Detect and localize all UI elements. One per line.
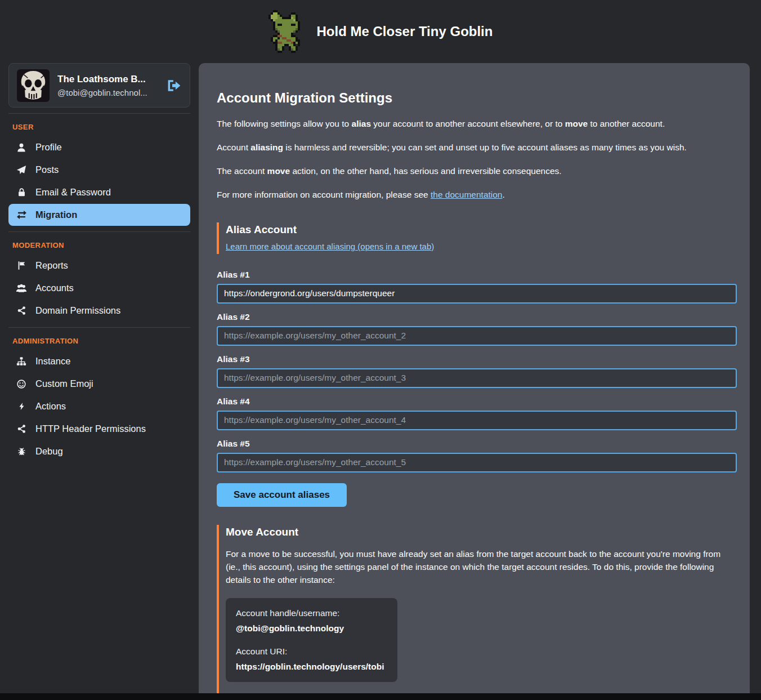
- sidebar-item-label: Posts: [35, 164, 59, 175]
- move-account-description: For a move to be successful, you must ha…: [226, 547, 737, 587]
- sidebar-item-label: Debug: [35, 446, 63, 457]
- alias-learn-more-link[interactable]: Learn more about account aliasing (opens…: [226, 242, 434, 251]
- sidebar-item-label: Domain Permissions: [35, 305, 120, 316]
- sidebar-item-email-password[interactable]: Email & Password: [8, 181, 190, 203]
- alias-2-input[interactable]: [217, 326, 737, 346]
- share-nodes-icon: [16, 306, 27, 315]
- exchange-arrows-icon: [16, 209, 27, 220]
- instance-title: Hold Me Closer Tiny Goblin: [317, 24, 493, 39]
- account-uri-value: https://goblin.technology/users/tobi: [236, 662, 387, 672]
- alias-field-group: Alias #2: [217, 312, 737, 346]
- sidebar-item-profile[interactable]: Profile: [8, 136, 190, 158]
- lock-icon: [16, 188, 27, 197]
- alias-3-label: Alias #3: [217, 354, 737, 364]
- sidebar-item-posts[interactable]: Posts: [8, 159, 190, 181]
- account-details-box: Account handle/username: @tobi@goblin.te…: [226, 598, 397, 682]
- share-nodes-icon: [16, 424, 27, 434]
- sidebar-item-label: Custom Emoji: [35, 378, 93, 389]
- account-handle-pair: Account handle/username: @tobi@goblin.te…: [236, 608, 387, 634]
- intro-paragraph-3: The account move action, on the other ha…: [217, 166, 737, 177]
- sidebar-item-reports[interactable]: Reports: [8, 255, 190, 277]
- user-card[interactable]: The Loathsome B... @tobi@goblin.technol.…: [8, 63, 190, 108]
- move-account-section: Move Account For a move to be successful…: [217, 525, 737, 693]
- alias-field-group: Alias #3: [217, 354, 737, 388]
- alias-4-label: Alias #4: [217, 396, 737, 407]
- app-body: The Loathsome B... @tobi@goblin.technol.…: [0, 63, 761, 693]
- save-aliases-button[interactable]: Save account aliases: [217, 483, 347, 507]
- user-display-name: The Loathsome B...: [57, 74, 159, 85]
- sidebar-item-label: Reports: [35, 260, 68, 271]
- intro-paragraph-4: For more information on account migratio…: [217, 189, 737, 200]
- sidebar-item-instance[interactable]: Instance: [8, 350, 190, 372]
- account-handle-value: @tobi@goblin.technology: [236, 623, 387, 634]
- alias-5-label: Alias #5: [217, 439, 737, 449]
- intro-paragraph-1: The following settings allow you to alia…: [217, 118, 737, 130]
- sidebar-divider: [8, 113, 190, 114]
- sidebar-item-debug[interactable]: Debug: [8, 440, 190, 462]
- sitemap-icon: [16, 356, 27, 367]
- intro-paragraph-2: Account aliasing is harmless and reversi…: [217, 142, 737, 153]
- alias-5-input[interactable]: [217, 453, 737, 472]
- sidebar-item-actions[interactable]: Actions: [8, 395, 190, 417]
- alias-1-label: Alias #1: [217, 270, 737, 280]
- alias-field-group: Alias #1: [217, 270, 737, 304]
- alias-1-input[interactable]: [217, 284, 737, 304]
- page-bottom-bar: [0, 693, 761, 700]
- alias-2-label: Alias #2: [217, 312, 737, 322]
- sidebar-item-label: Accounts: [35, 283, 74, 293]
- user-icon: [16, 142, 27, 153]
- main-panel: Account Migration Settings The following…: [199, 63, 750, 693]
- alias-field-group: Alias #5: [217, 439, 737, 472]
- sidebar: The Loathsome B... @tobi@goblin.technol.…: [0, 63, 199, 463]
- bolt-icon: [16, 402, 27, 411]
- sidebar-item-accounts[interactable]: Accounts: [8, 277, 190, 299]
- alias-field-group: Alias #4: [217, 396, 737, 430]
- sidebar-item-label: Profile: [35, 142, 62, 153]
- alias-form: Alias #1 Alias #2 Alias #3 Alias #4 Alia…: [217, 270, 737, 507]
- sidebar-item-custom-emoji[interactable]: Custom Emoji: [8, 373, 190, 395]
- users-icon: [16, 283, 27, 293]
- sidebar-item-label: Actions: [35, 401, 66, 412]
- sidebar-section-administration: ADMINISTRATION: [12, 337, 186, 345]
- alias-4-input[interactable]: [217, 411, 737, 430]
- paper-plane-icon: [16, 165, 27, 175]
- move-account-title: Move Account: [226, 526, 737, 538]
- user-handle: @tobi@goblin.technol...: [57, 88, 159, 97]
- sidebar-item-domain-permissions[interactable]: Domain Permissions: [8, 300, 190, 322]
- alias-account-section-header: Alias Account Learn more about account a…: [217, 222, 737, 254]
- sidebar-item-migration[interactable]: Migration: [8, 204, 190, 226]
- account-uri-label: Account URI:: [236, 647, 387, 657]
- sidebar-divider: [8, 327, 190, 328]
- sidebar-section-user: USER: [12, 123, 186, 131]
- intro-text: The following settings allow you to alia…: [217, 118, 737, 201]
- page-title: Account Migration Settings: [217, 90, 737, 106]
- instance-header: Hold Me Closer Tiny Goblin: [0, 0, 761, 63]
- sign-out-icon[interactable]: [167, 79, 182, 92]
- sidebar-section-moderation: MODERATION: [12, 241, 186, 249]
- alias-account-title: Alias Account: [226, 224, 737, 236]
- smiley-icon: [16, 379, 27, 389]
- avatar: [17, 69, 50, 102]
- sidebar-item-label: Migration: [35, 209, 77, 220]
- goblin-logo: [268, 10, 305, 53]
- sidebar-item-label: Email & Password: [35, 187, 111, 198]
- sidebar-item-http-header-permissions[interactable]: HTTP Header Permissions: [8, 418, 190, 440]
- alias-3-input[interactable]: [217, 368, 737, 388]
- sidebar-divider: [8, 231, 190, 232]
- account-handle-label: Account handle/username:: [236, 608, 387, 618]
- sidebar-item-label: HTTP Header Permissions: [35, 423, 146, 434]
- sidebar-item-label: Instance: [35, 356, 70, 367]
- flag-icon: [16, 261, 27, 270]
- user-names: The Loathsome B... @tobi@goblin.technol.…: [57, 74, 159, 97]
- account-uri-pair: Account URI: https://goblin.technology/u…: [236, 647, 387, 672]
- bug-icon: [16, 447, 27, 456]
- documentation-link[interactable]: the documentation: [431, 190, 503, 199]
